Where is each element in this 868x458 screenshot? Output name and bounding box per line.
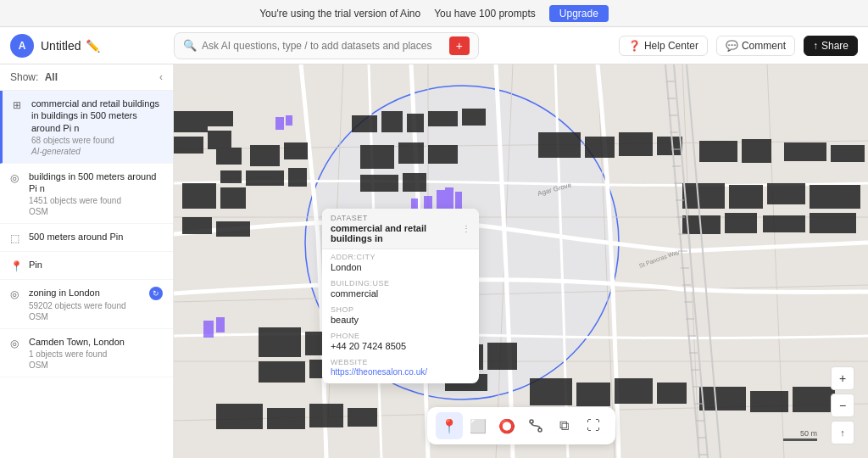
layer-subtitle-camden-src: OSM	[29, 360, 163, 370]
svg-rect-51	[174, 111, 208, 132]
edit-title-icon[interactable]: ✏️	[86, 39, 100, 53]
svg-rect-22	[216, 221, 250, 237]
tool-rectangle-button[interactable]: ⬜	[465, 412, 492, 439]
layer-subtitle-commercial-src: AI-generated	[31, 147, 163, 156]
layer-item-zoning[interactable]: ◎ zoning in London 59202 objects were fo…	[0, 280, 173, 328]
svg-rect-32	[403, 173, 426, 192]
ai-add-button[interactable]: +	[449, 36, 470, 55]
sidebar-header: Show: All ‹	[0, 64, 173, 91]
scale-bar: 50 m	[783, 429, 817, 441]
popup-field-value-website: https://theonesalon.co.uk/	[331, 367, 470, 377]
upgrade-button[interactable]: Upgrade	[549, 5, 609, 22]
popup-field-building-use: BUILDING:USE commercial	[322, 276, 479, 302]
pin-icon: 📍	[10, 260, 22, 272]
trial-text: You're using the trial version of Aino	[259, 8, 420, 20]
popup-field-phone: PHONE +44 20 7424 8505	[322, 328, 479, 355]
show-value: All	[45, 71, 58, 83]
layer-subtitle-commercial-count: 68 objects were found	[31, 136, 163, 145]
popup-dataset-label: DATASET	[331, 214, 462, 222]
popup-field-label-city: ADDR:CITY	[331, 253, 470, 261]
comment-icon: 💬	[726, 40, 738, 52]
show-label: Show: All	[10, 71, 58, 83]
compass-button[interactable]: ↑	[831, 421, 854, 444]
layer-content-buildings: buildings in 500 meters around Pi n 1451…	[29, 170, 163, 217]
svg-rect-67	[750, 391, 788, 412]
comment-label: Comment	[742, 40, 786, 52]
popup-field-city: ADDR:CITY London	[322, 249, 479, 276]
layer-item-radius[interactable]: ⬚ 500 meters around Pin	[0, 224, 173, 252]
help-label: Help Center	[644, 40, 698, 52]
tool-circle-button[interactable]: ⭕	[493, 412, 520, 439]
svg-rect-35	[619, 132, 653, 156]
svg-rect-33	[538, 132, 581, 158]
share-label: Share	[821, 40, 849, 52]
svg-rect-21	[182, 217, 212, 234]
svg-rect-63	[576, 383, 610, 406]
layer-item-buildings[interactable]: ◎ buildings in 500 meters around Pi n 14…	[0, 164, 173, 225]
svg-rect-20	[220, 187, 246, 209]
popup-field-website[interactable]: WEBSITE https://theonesalon.co.uk/	[322, 355, 479, 383]
svg-rect-39	[784, 142, 826, 161]
svg-rect-61	[348, 408, 377, 427]
svg-rect-68	[793, 387, 835, 412]
svg-rect-54	[208, 131, 231, 149]
svg-rect-62	[530, 378, 572, 405]
map-toolbar: 📍 ⬜ ⭕ ⧉ ⛶	[427, 407, 615, 444]
layer-item-pin[interactable]: 📍 Pin	[0, 252, 173, 280]
popup-field-label-shop: SHOP	[331, 305, 470, 314]
map-area[interactable]: Agar Grove Camden Street St Pancras Way …	[174, 64, 868, 458]
svg-rect-72	[810, 185, 860, 209]
feature-popup: DATASET commercial and retail buildings …	[322, 209, 479, 383]
svg-rect-82	[275, 117, 284, 130]
popup-field-shop: SHOP beauty	[322, 302, 479, 328]
map-svg: Agar Grove Camden Street St Pancras Way	[174, 64, 868, 458]
layer-title-commercial: commercial and retail buildings in build…	[31, 98, 163, 134]
svg-rect-30	[428, 145, 458, 164]
svg-rect-49	[487, 343, 517, 370]
tool-expand-button[interactable]: ⛶	[580, 412, 607, 439]
app-logo: A	[10, 34, 34, 58]
popup-field-label-website: WEBSITE	[331, 358, 470, 366]
svg-rect-59	[267, 408, 305, 429]
svg-rect-75	[763, 215, 805, 232]
camden-icon: ◎	[10, 338, 22, 349]
svg-rect-19	[182, 183, 216, 209]
svg-rect-17	[216, 148, 242, 165]
scale-label: 50 m	[800, 429, 817, 438]
zoning-badge: ↻	[149, 287, 163, 300]
layer-item-camden[interactable]: ◎ Camden Town, London 1 objects were fou…	[0, 329, 173, 377]
svg-point-117	[530, 420, 533, 423]
svg-rect-23	[352, 115, 377, 132]
tool-route-button[interactable]	[522, 412, 549, 439]
svg-rect-64	[615, 378, 653, 404]
help-center-button[interactable]: ❓ Help Center	[619, 36, 708, 56]
zoom-out-button[interactable]: −	[831, 394, 854, 417]
layer-subtitle-buildings-src: OSM	[29, 207, 163, 216]
layer-item-commercial[interactable]: ⊞ commercial and retail buildings in bui…	[0, 91, 173, 164]
svg-rect-27	[462, 109, 486, 126]
svg-rect-43	[259, 361, 305, 383]
header: A Untitled ✏️ 🔍 + ❓ Help Center 💬 Commen…	[0, 27, 868, 64]
svg-rect-15	[246, 170, 284, 186]
comment-button[interactable]: 💬 Comment	[716, 36, 795, 56]
share-icon: ↑	[813, 40, 818, 52]
buildings-icon: ◎	[10, 172, 22, 184]
share-button[interactable]: ↑ Share	[804, 36, 858, 56]
tool-pin-button[interactable]: 📍	[436, 412, 463, 439]
svg-rect-85	[216, 317, 225, 332]
prompts-text: You have 100 prompts	[434, 8, 536, 20]
popup-menu-icon[interactable]: ⋮	[462, 224, 470, 233]
tool-layer-button[interactable]: ⧉	[551, 412, 578, 439]
layer-subtitle-zoning-src: OSM	[29, 312, 142, 321]
scale-bar-line	[783, 438, 817, 441]
collapse-icon[interactable]: ‹	[159, 71, 163, 83]
zoom-in-button[interactable]: +	[831, 366, 854, 390]
title-area: Untitled ✏️	[41, 39, 100, 53]
ai-search-bar[interactable]: 🔍 +	[174, 32, 479, 59]
svg-rect-58	[216, 404, 263, 429]
search-input[interactable]	[202, 40, 444, 52]
svg-rect-65	[657, 383, 687, 404]
layer-title-pin: Pin	[29, 259, 163, 271]
layer-content-zoning: zoning in London 59202 objects were foun…	[29, 287, 142, 321]
layer-subtitle-camden-count: 1 objects were found	[29, 349, 163, 359]
